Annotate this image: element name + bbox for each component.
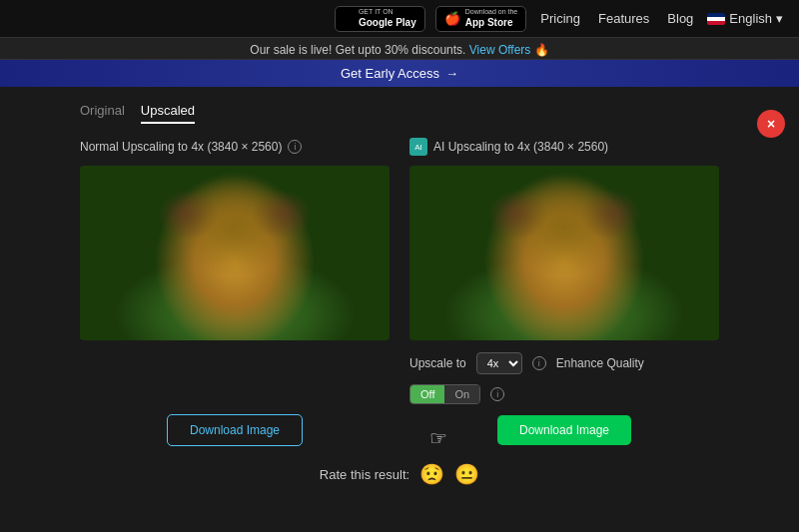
left-panel-label: Normal Upscaling to 4x (3840 × 2560) i — [80, 138, 390, 156]
right-download-button[interactable]: Download Image — [497, 415, 631, 445]
sad-emoji[interactable]: 😟 — [419, 462, 444, 486]
app-store-text: Download on the App Store — [465, 8, 518, 28]
apple-icon: 🍎 — [444, 11, 460, 26]
enhance-quality-toggle[interactable]: Off On — [409, 384, 480, 404]
sale-banner: Our sale is live! Get upto 30% discounts… — [0, 38, 799, 60]
google-play-icon: ▶ — [344, 11, 354, 26]
early-access-button[interactable]: Get Early Access — [341, 66, 439, 81]
toggle-off-button[interactable]: Off — [410, 385, 444, 403]
enhance-info-icon[interactable]: i — [490, 387, 504, 401]
ai-icon: AI — [409, 138, 427, 156]
chevron-down-icon: ▾ — [776, 11, 783, 26]
left-info-icon[interactable]: i — [288, 140, 302, 154]
tab-upscaled[interactable]: Upscaled — [141, 103, 195, 124]
close-button[interactable]: × — [757, 110, 785, 138]
left-cat-image — [80, 166, 390, 340]
nav-pricing[interactable]: Pricing — [536, 11, 584, 26]
right-panel-label: AI AI Upscaling to 4x (3840 × 2560) — [409, 138, 719, 156]
rating-row: Rate this result: 😟 😐 — [80, 462, 719, 486]
download-row: Download Image Download Image — [80, 414, 719, 446]
google-play-text: GET IT ON Google Play — [359, 8, 416, 28]
right-cat-image — [409, 166, 719, 340]
labels-row: Normal Upscaling to 4x (3840 × 2560) i A… — [80, 138, 719, 156]
upscale-select[interactable]: 4x — [476, 352, 522, 374]
main-content: Original Upscaled Normal Upscaling to 4x… — [0, 87, 799, 502]
toggle-on-button[interactable]: On — [444, 385, 479, 403]
upscale-info-icon[interactable]: i — [532, 356, 546, 370]
upscale-to-label: Upscale to — [409, 356, 466, 370]
language-selector[interactable]: English ▾ — [707, 11, 783, 26]
right-download-area: Download Image — [409, 414, 719, 446]
nav-blog[interactable]: Blog — [663, 11, 697, 26]
top-nav: ▶ GET IT ON Google Play 🍎 Download on th… — [0, 0, 799, 38]
images-row — [80, 166, 719, 340]
rate-label: Rate this result: — [320, 467, 409, 482]
flag-icon — [707, 13, 725, 25]
nav-features[interactable]: Features — [594, 11, 653, 26]
google-play-badge[interactable]: ▶ GET IT ON Google Play — [335, 6, 425, 32]
neutral-emoji[interactable]: 😐 — [454, 462, 479, 486]
controls-panel: Upscale to 4x i Enhance Quality Off On i — [409, 352, 719, 404]
view-offers-link[interactable]: View Offers — [469, 43, 531, 57]
arrow-icon: → — [445, 66, 458, 81]
left-image-panel — [80, 166, 390, 340]
left-download-button[interactable]: Download Image — [167, 414, 303, 446]
tabs-container: Original Upscaled — [80, 103, 719, 124]
app-store-badge[interactable]: 🍎 Download on the App Store — [435, 6, 527, 32]
language-label: English — [729, 11, 772, 26]
enhance-quality-label: Enhance Quality — [556, 356, 644, 370]
tab-original[interactable]: Original — [80, 103, 125, 124]
sale-text: Our sale is live! Get upto 30% discounts… — [250, 43, 465, 57]
left-download-area: Download Image — [80, 414, 390, 446]
right-image-panel — [409, 166, 719, 340]
early-access-bar[interactable]: Get Early Access → — [0, 60, 799, 87]
